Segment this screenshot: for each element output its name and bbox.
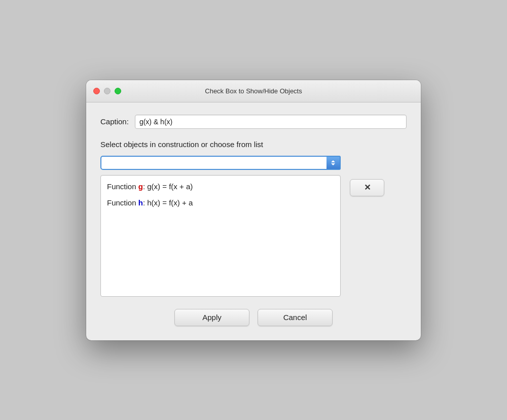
list-box[interactable]: Function g: g(x) = f(x + a) Function h: …	[100, 175, 341, 297]
list-item[interactable]: Function g: g(x) = f(x + a)	[101, 179, 340, 195]
list-item[interactable]: Function h: h(x) = f(x) + a	[101, 195, 340, 212]
combo-wrapper	[100, 156, 341, 170]
remove-button[interactable]: ✕	[350, 179, 384, 196]
combo-input[interactable]	[100, 156, 341, 170]
select-row	[100, 156, 407, 170]
close-button[interactable]	[93, 88, 100, 94]
dialog-window: Check Box to Show/Hide Objects Caption: …	[86, 80, 421, 340]
list-item-prefix: Function	[107, 198, 138, 207]
traffic-lights	[93, 88, 121, 94]
caption-input[interactable]	[135, 115, 407, 129]
function-g-name: g	[138, 182, 143, 191]
button-row: Apply Cancel	[100, 309, 407, 326]
apply-button[interactable]: Apply	[174, 309, 249, 326]
window-content: Caption: Select objects in construction …	[86, 102, 421, 340]
title-bar: Check Box to Show/Hide Objects	[86, 80, 421, 102]
list-item-prefix: Function	[107, 182, 138, 191]
list-item-suffix: : h(x) = f(x) + a	[143, 198, 193, 207]
cancel-button[interactable]: Cancel	[258, 309, 333, 326]
list-and-button: Function g: g(x) = f(x + a) Function h: …	[100, 175, 407, 297]
instruction-text: Select objects in construction or choose…	[100, 140, 407, 149]
caption-row: Caption:	[100, 115, 407, 129]
caption-label: Caption:	[100, 117, 129, 126]
maximize-button[interactable]	[115, 88, 121, 94]
list-item-suffix: : g(x) = f(x + a)	[143, 182, 193, 191]
minimize-button[interactable]	[104, 88, 111, 94]
function-h-name: h	[138, 198, 143, 207]
window-title: Check Box to Show/Hide Objects	[205, 87, 302, 95]
